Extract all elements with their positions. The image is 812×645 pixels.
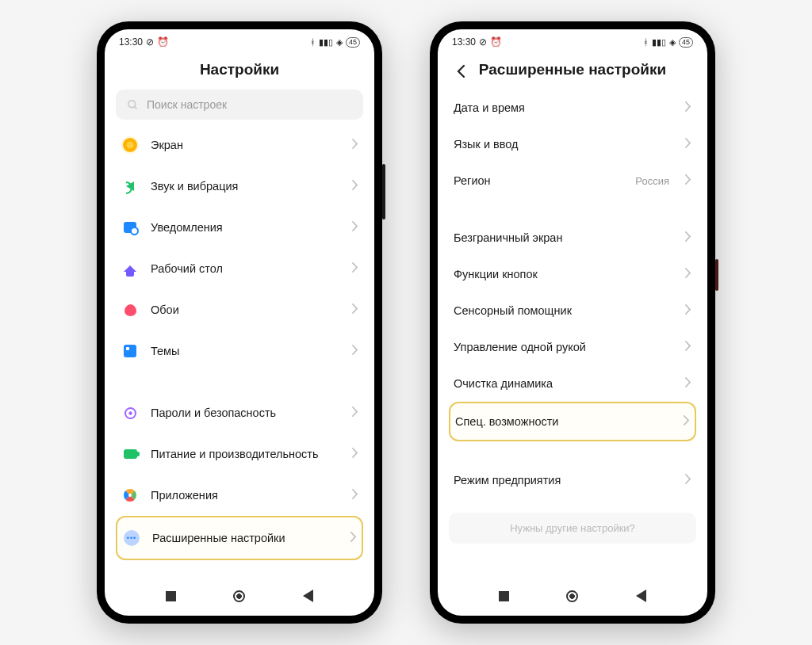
bluetooth-icon: ᚼ: [643, 37, 649, 47]
dnd-icon: ⊘: [146, 36, 154, 48]
nav-recents[interactable]: [163, 588, 178, 604]
navigation-bar: [438, 581, 707, 616]
row-enterprise[interactable]: Режим предприятия: [449, 462, 696, 498]
row-label: Приложения: [151, 489, 341, 502]
phone-left: 13:30 ⊘ ⏰ ᚼ ▮▮▯ ◈ 45 Настройки Поиск нас…: [97, 21, 382, 624]
row-label: Обои: [151, 303, 341, 316]
alarm-icon: ⏰: [490, 36, 502, 48]
row-themes[interactable]: Темы: [116, 330, 363, 372]
row-label: Нужны другие настройки?: [510, 522, 635, 534]
header: Расширенные настройки: [438, 52, 707, 90]
alarm-icon: ⏰: [157, 36, 169, 48]
row-security[interactable]: Пароли и безопасность: [116, 392, 363, 433]
row-fullscreen[interactable]: Безграничный экран: [449, 219, 696, 256]
row-label: Экран: [151, 139, 341, 151]
nav-home[interactable]: [565, 588, 580, 604]
screen: 13:30 ⊘ ⏰ ᚼ ▮▮▯ ◈ 45 Настройки Поиск нас…: [105, 29, 374, 616]
lock-icon: [121, 403, 140, 422]
row-label: Регион: [454, 174, 624, 187]
row-buttons[interactable]: Функции кнопок: [449, 256, 696, 292]
chevron-right-icon: [685, 340, 691, 354]
battery-icon: [121, 445, 140, 464]
bluetooth-icon: ᚼ: [310, 37, 316, 47]
status-bar: 13:30 ⊘ ⏰ ᚼ ▮▮▯ ◈ 45: [438, 29, 707, 52]
chevron-right-icon: [352, 344, 358, 358]
chevron-right-icon: [352, 138, 358, 152]
svg-line-1: [134, 106, 136, 109]
row-label: Язык и ввод: [454, 138, 674, 151]
home-icon: [121, 259, 140, 278]
row-wallpaper[interactable]: Обои: [116, 289, 363, 330]
notifications-icon: [121, 218, 140, 237]
chevron-right-icon: [685, 137, 691, 151]
wifi-icon: ◈: [669, 37, 676, 48]
row-label: Звук и вибрация: [151, 180, 341, 193]
signal-icon: ▮▮▯: [652, 37, 666, 48]
row-label: Темы: [151, 345, 341, 357]
row-other-settings[interactable]: Нужны другие настройки?: [449, 513, 696, 544]
row-home[interactable]: Рабочий стол: [116, 248, 363, 289]
row-label: Питание и производительность: [151, 448, 341, 460]
row-speaker-clean[interactable]: Очистка динамика: [449, 365, 696, 402]
navigation-bar: [105, 581, 374, 616]
chevron-right-icon: [685, 376, 691, 391]
back-button[interactable]: [452, 63, 469, 80]
apps-icon: [121, 486, 140, 505]
more-icon: [122, 529, 141, 548]
row-display[interactable]: Экран: [116, 124, 363, 166]
chevron-right-icon: [352, 488, 358, 502]
search-input[interactable]: Поиск настроек: [116, 90, 363, 120]
dnd-icon: ⊘: [479, 36, 487, 48]
chevron-right-icon: [685, 473, 691, 487]
row-label: Сенсорный помощник: [454, 304, 674, 317]
settings-list: Дата и время Язык и ввод Регион Россия Б…: [438, 90, 707, 581]
row-notifications[interactable]: Уведомления: [116, 207, 363, 248]
nav-recents[interactable]: [496, 588, 511, 604]
chevron-right-icon: [685, 267, 691, 281]
battery-icon: 45: [679, 37, 693, 48]
row-label: Безграничный экран: [454, 231, 674, 244]
signal-icon: ▮▮▯: [319, 37, 333, 48]
status-time: 13:30: [119, 36, 143, 48]
header: Настройки: [105, 52, 374, 90]
nav-back[interactable]: [634, 588, 649, 604]
chevron-right-icon: [352, 406, 358, 420]
row-advanced-settings[interactable]: Расширенные настройки: [116, 516, 363, 560]
row-value: Россия: [635, 175, 669, 187]
row-apps[interactable]: Приложения: [116, 475, 363, 516]
chevron-right-icon: [350, 531, 357, 545]
nav-back[interactable]: [301, 588, 316, 604]
row-region[interactable]: Регион Россия: [449, 162, 696, 199]
row-label: Уведомления: [151, 221, 341, 234]
row-accessibility[interactable]: Спец. возможности: [449, 402, 696, 441]
nav-home[interactable]: [232, 588, 247, 604]
row-power[interactable]: Питание и производительность: [116, 433, 363, 475]
screen: 13:30 ⊘ ⏰ ᚼ ▮▮▯ ◈ 45 Расширенные настрой…: [438, 29, 707, 616]
row-sound[interactable]: Звук и вибрация: [116, 166, 363, 207]
row-onehand[interactable]: Управление одной рукой: [449, 329, 696, 365]
search-icon: [127, 99, 139, 111]
settings-list: Экран Звук и вибрация Уведомления Рабочи…: [105, 124, 374, 581]
chevron-right-icon: [685, 231, 691, 245]
row-quickball[interactable]: Сенсорный помощник: [449, 292, 696, 329]
chevron-right-icon: [685, 174, 691, 188]
chevron-right-icon: [685, 303, 691, 318]
search-placeholder: Поиск настроек: [147, 98, 227, 111]
row-language[interactable]: Язык и ввод: [449, 126, 696, 162]
chevron-right-icon: [352, 261, 358, 276]
chevron-right-icon: [685, 101, 691, 115]
phone-right: 13:30 ⊘ ⏰ ᚼ ▮▮▯ ◈ 45 Расширенные настрой…: [430, 21, 715, 624]
row-label: Расширенные настройки: [152, 532, 339, 544]
chevron-right-icon: [352, 220, 358, 235]
row-label: Режим предприятия: [454, 474, 674, 487]
row-label: Очистка динамика: [454, 377, 674, 390]
page-title: Расширенные настройки: [454, 61, 691, 78]
wallpaper-icon: [121, 300, 140, 319]
wifi-icon: ◈: [336, 37, 343, 48]
page-title: Настройки: [121, 61, 358, 78]
status-time: 13:30: [452, 36, 476, 48]
chevron-right-icon: [352, 303, 358, 317]
row-date-time[interactable]: Дата и время: [449, 90, 696, 126]
row-label: Спец. возможности: [455, 415, 672, 428]
row-label: Дата и время: [454, 101, 674, 114]
